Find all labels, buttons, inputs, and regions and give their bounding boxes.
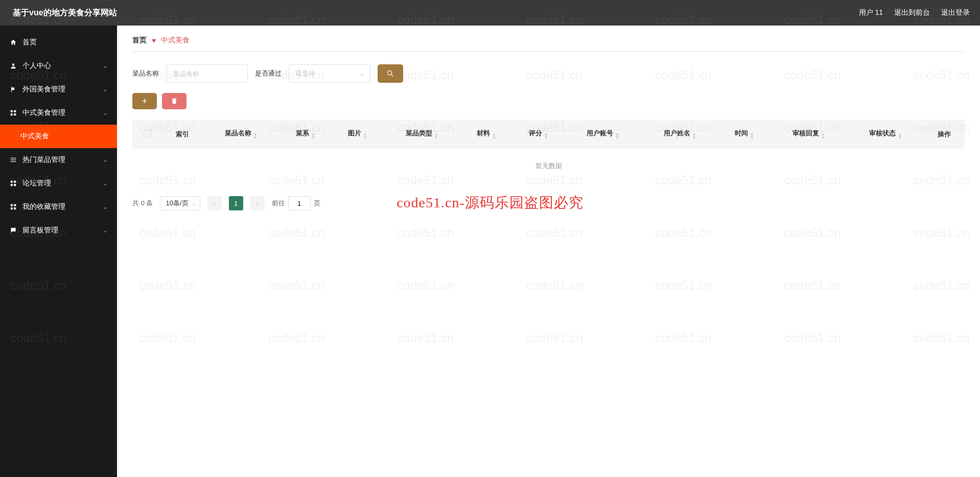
svg-point-0 [12, 63, 15, 66]
page-jump: 前往 页 [272, 196, 320, 210]
svg-point-16 [388, 71, 392, 75]
svg-rect-14 [11, 207, 13, 209]
chevron-down-icon: ⌄ [103, 227, 108, 234]
table-header-index[interactable]: 索引 [162, 120, 202, 149]
chevron-right-icon: › [256, 200, 259, 207]
breadcrumb-home[interactable]: 首页 [132, 36, 147, 45]
username-link[interactable]: 用户 11 [859, 8, 883, 17]
main-content: 首页 ♥ 中式美食 菜品名称 是否通过 请选择 ⌄ + [117, 26, 980, 477]
table-header-cuisine[interactable]: 菜系▲▼ [279, 120, 332, 149]
svg-rect-10 [11, 184, 13, 186]
breadcrumb-current: 中式美食 [161, 36, 190, 45]
plus-icon: + [142, 96, 148, 107]
sort-icon: ▲▼ [544, 132, 548, 139]
select-placeholder: 请选择 [295, 69, 315, 78]
svg-rect-1 [11, 110, 13, 112]
search-icon [386, 69, 394, 78]
page-jump-input[interactable] [288, 196, 311, 210]
filter-pass-label: 是否通过 [255, 69, 282, 78]
pagination-total: 共 0 条 [132, 199, 153, 208]
svg-rect-12 [11, 204, 13, 206]
chevron-down-icon: ⌄ [360, 70, 365, 77]
breadcrumb: 首页 ♥ 中式美食 [132, 36, 965, 52]
sidebar-item-forum[interactable]: 论坛管理 ⌄ [0, 172, 117, 195]
svg-line-17 [391, 75, 393, 76]
chevron-down-icon: ⌄ [103, 109, 108, 116]
svg-rect-7 [11, 161, 16, 162]
chevron-down-icon: ⌄ [103, 86, 108, 93]
sort-icon: ▲▼ [898, 132, 902, 139]
sidebar-item-favorites[interactable]: 我的收藏管理 ⌄ [0, 195, 117, 219]
prev-page-button[interactable]: ‹ [207, 196, 222, 210]
filter-bar: 菜品名称 是否通过 请选择 ⌄ [132, 64, 965, 83]
table-header-username[interactable]: 用户姓名▲▼ [641, 120, 718, 149]
sidebar-item-messages[interactable]: 留言板管理 ⌄ [0, 219, 117, 242]
pass-select[interactable]: 请选择 ⌄ [289, 64, 370, 83]
sidebar-item-label: 论坛管理 [22, 179, 51, 188]
logout-link[interactable]: 退出登录 [941, 8, 970, 17]
svg-rect-9 [14, 181, 16, 183]
table-header-dish-name[interactable]: 菜品名称▲▼ [203, 120, 280, 149]
sidebar-item-label: 外国美食管理 [22, 85, 65, 94]
action-bar: + [132, 93, 965, 109]
table-header-review-status[interactable]: 审核状态▲▼ [847, 120, 924, 149]
sidebar-item-home[interactable]: 首页 [0, 31, 117, 54]
sidebar-item-label: 首页 [22, 38, 37, 47]
add-button[interactable]: + [132, 93, 157, 109]
delete-button[interactable] [162, 93, 186, 109]
chevron-down-icon: ⌄ [103, 62, 108, 69]
sort-icon: ▲▼ [311, 132, 315, 139]
svg-rect-2 [14, 110, 16, 112]
user-icon [9, 62, 17, 70]
sidebar-item-label: 留言板管理 [22, 226, 58, 235]
table-header-review-reply[interactable]: 审核回复▲▼ [770, 120, 847, 149]
dish-name-input[interactable] [166, 64, 248, 83]
chevron-down-icon: ⌄ [103, 156, 108, 163]
search-button[interactable] [378, 64, 403, 83]
sidebar-subitem-label: 中式美食 [20, 132, 49, 140]
table-header-material[interactable]: 材料▲▼ [460, 120, 512, 149]
table-header-time[interactable]: 时间▲▼ [718, 120, 771, 149]
heart-icon: ♥ [152, 36, 156, 44]
next-page-button[interactable]: › [250, 196, 265, 210]
table-header-image[interactable]: 图片▲▼ [332, 120, 384, 149]
sidebar-subitem-chinese-food[interactable]: 中式美食 [0, 125, 117, 148]
list-icon [9, 156, 17, 164]
chevron-down-icon: ⌄ [192, 200, 197, 207]
sort-icon: ▲▼ [750, 132, 754, 139]
filter-name-label: 菜品名称 [132, 69, 159, 78]
home-icon [9, 38, 17, 46]
svg-rect-13 [14, 204, 16, 206]
grid-icon [9, 179, 17, 187]
svg-rect-6 [11, 159, 16, 160]
svg-rect-11 [14, 184, 16, 186]
sort-icon: ▲▼ [615, 132, 619, 139]
app-title: 基于vue的地方美食分享网站 [13, 8, 117, 18]
sort-icon: ▲▼ [492, 132, 496, 139]
svg-rect-5 [11, 158, 16, 158]
table-header-actions: 操作 [924, 120, 965, 149]
table-header-type[interactable]: 菜品类型▲▼ [384, 120, 461, 149]
sort-icon: ▲▼ [434, 132, 438, 139]
table-header-account[interactable]: 用户账号▲▼ [564, 120, 641, 149]
svg-rect-8 [11, 181, 13, 183]
table-header-rating[interactable]: 评分▲▼ [512, 120, 565, 149]
flag-icon [9, 85, 17, 93]
sidebar-item-label: 我的收藏管理 [22, 202, 65, 211]
table-header-checkbox[interactable] [132, 120, 162, 149]
sidebar-item-label: 热门菜品管理 [22, 155, 65, 164]
grid-icon [9, 203, 17, 211]
svg-rect-4 [14, 113, 16, 115]
sidebar-item-profile[interactable]: 个人中心 ⌄ [0, 54, 117, 78]
sidebar-item-hot-dishes[interactable]: 热门菜品管理 ⌄ [0, 148, 117, 172]
page-number-1[interactable]: 1 [229, 196, 243, 210]
sort-icon: ▲▼ [821, 132, 825, 139]
sidebar-item-chinese-food[interactable]: 中式美食管理 ⌄ [0, 101, 117, 125]
sidebar-item-label: 个人中心 [22, 61, 51, 70]
sidebar-item-foreign-food[interactable]: 外国美食管理 ⌄ [0, 78, 117, 101]
page-size-select[interactable]: 10条/页 ⌄ [160, 196, 200, 210]
select-all-checkbox[interactable] [144, 130, 151, 137]
back-to-front-link[interactable]: 退出到前台 [894, 8, 930, 17]
header-actions: 用户 11 退出到前台 退出登录 [859, 8, 970, 17]
pagination: 共 0 条 10条/页 ⌄ ‹ 1 › 前往 页 [132, 196, 965, 210]
